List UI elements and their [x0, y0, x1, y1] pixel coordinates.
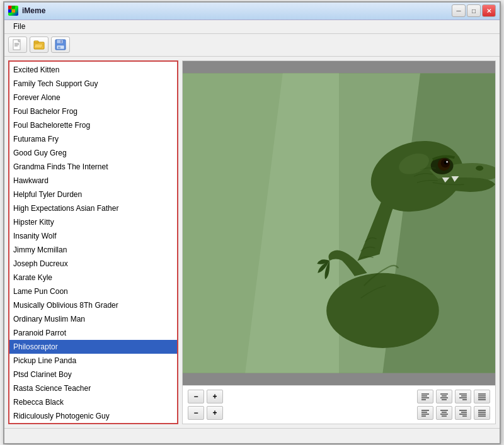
svg-rect-12: [34, 41, 38, 43]
meme-list-scroll[interactable]: Bear GryllsBill OreillyBusiness CatButth…: [9, 62, 177, 423]
image-controls: − + −: [183, 385, 495, 424]
status-bar: [4, 428, 500, 443]
bottom-align-justify-button[interactable]: [474, 406, 490, 420]
list-item[interactable]: Foul Bachelor Frog: [9, 104, 177, 118]
maximize-button[interactable]: □: [467, 4, 481, 17]
bottom-text-plus-button[interactable]: +: [207, 406, 223, 420]
minimize-button[interactable]: ─: [452, 4, 466, 17]
svg-rect-17: [58, 47, 60, 48]
list-item[interactable]: Paranoid Parrot: [9, 326, 177, 340]
menu-bar: File: [4, 20, 500, 34]
meme-image: [183, 61, 495, 385]
bottom-align-left-button[interactable]: [417, 406, 433, 420]
title-bar: iMeme ─ □ ✕: [4, 3, 500, 20]
list-item[interactable]: Musically Oblivious 8Th Grader: [9, 298, 177, 312]
svg-point-22: [326, 273, 439, 347]
title-bar-left: iMeme: [8, 6, 45, 16]
list-item[interactable]: Philosoraptor: [9, 340, 177, 354]
bottom-align-center-button[interactable]: [436, 406, 452, 420]
save-button[interactable]: [51, 37, 70, 53]
list-item[interactable]: Grandma Finds The Internet: [9, 160, 177, 174]
bottom-align-right-button[interactable]: [455, 406, 471, 420]
top-text-controls: − +: [188, 390, 490, 403]
top-align-center-button[interactable]: [436, 390, 452, 403]
list-item[interactable]: Foul Bachelorette Frog: [9, 118, 177, 132]
main-window: iMeme ─ □ ✕ File: [3, 1, 501, 444]
svg-rect-14: [57, 40, 63, 43]
file-menu[interactable]: File: [8, 21, 30, 32]
list-item[interactable]: Karate Kyle: [9, 271, 177, 284]
list-item[interactable]: Helpful Tyler Durden: [9, 188, 177, 201]
svg-rect-2: [8, 9, 11, 13]
bottom-text-controls: − +: [188, 406, 490, 420]
list-item[interactable]: Ridiculously Photogenic Guy: [9, 409, 177, 423]
meme-list-panel: Bear GryllsBill OreillyBusiness CatButth…: [8, 60, 178, 424]
new-button[interactable]: [8, 37, 27, 53]
bottom-text-minus-button[interactable]: −: [188, 406, 204, 420]
list-item[interactable]: Forever Alone: [9, 91, 177, 104]
list-item[interactable]: Hawkward: [9, 174, 177, 188]
top-text-minus-button[interactable]: −: [188, 390, 204, 403]
list-item[interactable]: Good Guy Greg: [9, 146, 177, 160]
svg-rect-1: [12, 6, 15, 9]
close-button[interactable]: ✕: [482, 4, 496, 17]
list-item[interactable]: Futurama Fry: [9, 132, 177, 146]
window-controls: ─ □ ✕: [452, 4, 496, 17]
top-align-left-button[interactable]: [417, 390, 433, 403]
svg-rect-15: [60, 40, 62, 43]
top-align-right-button[interactable]: [455, 390, 471, 403]
list-item[interactable]: Insanity Wolf: [9, 229, 177, 243]
list-item[interactable]: Rasta Science Teacher: [9, 381, 177, 395]
list-item[interactable]: Lame Pun Coon: [9, 284, 177, 298]
list-item[interactable]: Excited Kitten: [9, 63, 177, 77]
list-item[interactable]: Ptsd Clarinet Boy: [9, 368, 177, 381]
open-button[interactable]: [30, 37, 49, 53]
content-area: Bear GryllsBill OreillyBusiness CatButth…: [4, 57, 500, 428]
list-item[interactable]: Joseph Ducreux: [9, 257, 177, 271]
list-item[interactable]: Ordinary Muslim Man: [9, 312, 177, 326]
top-align-justify-button[interactable]: [474, 390, 490, 403]
svg-rect-0: [8, 6, 11, 9]
top-text-plus-button[interactable]: +: [207, 390, 223, 403]
list-item[interactable]: Family Tech Support Guy: [9, 77, 177, 91]
svg-point-24: [476, 166, 483, 171]
toolbar: [4, 34, 500, 57]
svg-point-29: [446, 161, 448, 162]
list-item[interactable]: High Expectations Asian Father: [9, 201, 177, 215]
window-title: iMeme: [22, 6, 45, 15]
list-item[interactable]: Rebecca Black: [9, 395, 177, 409]
svg-rect-3: [12, 9, 15, 13]
list-item[interactable]: Jimmy Mcmillan: [9, 243, 177, 257]
meme-image-container: [183, 61, 495, 385]
app-icon: [8, 6, 18, 16]
list-item[interactable]: Hipster Kitty: [9, 215, 177, 229]
image-panel: − + −: [182, 60, 496, 424]
list-item[interactable]: Pickup Line Panda: [9, 354, 177, 368]
